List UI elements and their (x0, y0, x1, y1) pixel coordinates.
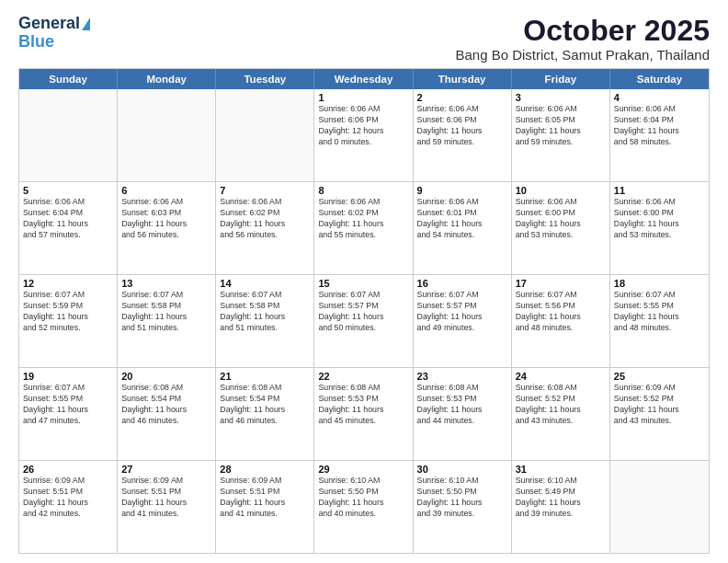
day-info: Sunrise: 6:10 AM Sunset: 5:50 PM Dayligh… (318, 476, 408, 520)
day-info: Sunrise: 6:06 AM Sunset: 6:05 PM Dayligh… (516, 104, 606, 148)
day-info: Sunrise: 6:08 AM Sunset: 5:53 PM Dayligh… (417, 383, 507, 427)
calendar-row-1: 5Sunrise: 6:06 AM Sunset: 6:04 PM Daylig… (19, 181, 709, 274)
page: General Blue October 2025 Bang Bo Distri… (0, 0, 728, 563)
calendar-cell: 10Sunrise: 6:06 AM Sunset: 6:00 PM Dayli… (512, 182, 610, 274)
day-number: 7 (220, 185, 310, 196)
calendar-row-4: 26Sunrise: 6:09 AM Sunset: 5:51 PM Dayli… (19, 460, 709, 553)
calendar-cell (216, 89, 314, 181)
day-number: 4 (614, 92, 705, 103)
calendar-cell: 22Sunrise: 6:08 AM Sunset: 5:53 PM Dayli… (314, 368, 413, 460)
day-number: 8 (318, 185, 408, 196)
day-number: 28 (220, 464, 310, 475)
calendar-cell: 19Sunrise: 6:07 AM Sunset: 5:55 PM Dayli… (19, 368, 118, 460)
weekday-header-tuesday: Tuesday (216, 69, 314, 89)
day-number: 19 (23, 371, 113, 382)
calendar-row-0: 1Sunrise: 6:06 AM Sunset: 6:06 PM Daylig… (19, 89, 709, 181)
day-number: 1 (318, 92, 408, 103)
day-info: Sunrise: 6:06 AM Sunset: 6:01 PM Dayligh… (417, 197, 507, 241)
day-info: Sunrise: 6:06 AM Sunset: 6:00 PM Dayligh… (516, 197, 606, 241)
calendar-cell: 31Sunrise: 6:10 AM Sunset: 5:49 PM Dayli… (512, 461, 610, 553)
weekday-header-saturday: Saturday (610, 69, 709, 89)
weekday-header-thursday: Thursday (414, 69, 512, 89)
day-info: Sunrise: 6:07 AM Sunset: 5:55 PM Dayligh… (23, 383, 113, 427)
day-info: Sunrise: 6:08 AM Sunset: 5:54 PM Dayligh… (121, 383, 211, 427)
header: General Blue October 2025 Bang Bo Distri… (18, 15, 710, 63)
day-info: Sunrise: 6:09 AM Sunset: 5:51 PM Dayligh… (121, 476, 211, 520)
calendar-cell (610, 461, 709, 553)
month-title: October 2025 (455, 15, 710, 47)
day-number: 31 (516, 464, 606, 475)
logo-text-blue: Blue (18, 33, 54, 52)
day-info: Sunrise: 6:06 AM Sunset: 6:04 PM Dayligh… (23, 197, 113, 241)
calendar-cell: 21Sunrise: 6:08 AM Sunset: 5:54 PM Dayli… (216, 368, 314, 460)
calendar-header: SundayMondayTuesdayWednesdayThursdayFrid… (19, 69, 709, 89)
day-info: Sunrise: 6:07 AM Sunset: 5:57 PM Dayligh… (318, 290, 408, 334)
day-number: 5 (23, 185, 113, 196)
calendar-cell: 3Sunrise: 6:06 AM Sunset: 6:05 PM Daylig… (512, 89, 610, 181)
calendar-cell: 15Sunrise: 6:07 AM Sunset: 5:57 PM Dayli… (314, 275, 413, 367)
day-info: Sunrise: 6:09 AM Sunset: 5:51 PM Dayligh… (220, 476, 310, 520)
day-number: 2 (417, 92, 507, 103)
day-number: 13 (121, 278, 211, 289)
calendar-cell: 7Sunrise: 6:06 AM Sunset: 6:02 PM Daylig… (216, 182, 314, 274)
day-number: 11 (614, 185, 705, 196)
day-number: 12 (23, 278, 113, 289)
day-number: 23 (417, 371, 507, 382)
day-number: 10 (516, 185, 606, 196)
day-info: Sunrise: 6:07 AM Sunset: 5:59 PM Dayligh… (23, 290, 113, 334)
calendar-body: 1Sunrise: 6:06 AM Sunset: 6:06 PM Daylig… (19, 89, 709, 553)
weekday-header-wednesday: Wednesday (314, 69, 413, 89)
calendar-cell: 23Sunrise: 6:08 AM Sunset: 5:53 PM Dayli… (414, 368, 512, 460)
day-number: 18 (614, 278, 705, 289)
day-info: Sunrise: 6:06 AM Sunset: 6:00 PM Dayligh… (614, 197, 705, 241)
calendar-cell: 13Sunrise: 6:07 AM Sunset: 5:58 PM Dayli… (118, 275, 216, 367)
day-info: Sunrise: 6:07 AM Sunset: 5:56 PM Dayligh… (516, 290, 606, 334)
day-number: 21 (220, 371, 310, 382)
logo-triangle-icon (82, 17, 90, 30)
day-number: 20 (121, 371, 211, 382)
day-info: Sunrise: 6:08 AM Sunset: 5:52 PM Dayligh… (516, 383, 606, 427)
day-number: 24 (516, 371, 606, 382)
calendar-row-2: 12Sunrise: 6:07 AM Sunset: 5:59 PM Dayli… (19, 274, 709, 367)
calendar-cell: 26Sunrise: 6:09 AM Sunset: 5:51 PM Dayli… (19, 461, 118, 553)
calendar-cell: 5Sunrise: 6:06 AM Sunset: 6:04 PM Daylig… (19, 182, 118, 274)
weekday-header-friday: Friday (512, 69, 610, 89)
day-info: Sunrise: 6:06 AM Sunset: 6:02 PM Dayligh… (220, 197, 310, 241)
calendar-cell: 1Sunrise: 6:06 AM Sunset: 6:06 PM Daylig… (314, 89, 413, 181)
day-info: Sunrise: 6:07 AM Sunset: 5:55 PM Dayligh… (614, 290, 705, 334)
day-info: Sunrise: 6:06 AM Sunset: 6:06 PM Dayligh… (417, 104, 507, 148)
day-number: 27 (121, 464, 211, 475)
day-info: Sunrise: 6:10 AM Sunset: 5:49 PM Dayligh… (516, 476, 606, 520)
calendar-cell: 16Sunrise: 6:07 AM Sunset: 5:57 PM Dayli… (414, 275, 512, 367)
calendar-cell: 24Sunrise: 6:08 AM Sunset: 5:52 PM Dayli… (512, 368, 610, 460)
calendar-cell: 25Sunrise: 6:09 AM Sunset: 5:52 PM Dayli… (610, 368, 709, 460)
calendar-cell: 28Sunrise: 6:09 AM Sunset: 5:51 PM Dayli… (216, 461, 314, 553)
day-number: 14 (220, 278, 310, 289)
day-info: Sunrise: 6:07 AM Sunset: 5:58 PM Dayligh… (220, 290, 310, 334)
day-number: 25 (614, 371, 705, 382)
day-number: 6 (121, 185, 211, 196)
calendar: SundayMondayTuesdayWednesdayThursdayFrid… (18, 68, 710, 554)
calendar-row-3: 19Sunrise: 6:07 AM Sunset: 5:55 PM Dayli… (19, 367, 709, 460)
day-info: Sunrise: 6:06 AM Sunset: 6:04 PM Dayligh… (614, 104, 705, 148)
calendar-cell: 8Sunrise: 6:06 AM Sunset: 6:02 PM Daylig… (314, 182, 413, 274)
calendar-cell: 17Sunrise: 6:07 AM Sunset: 5:56 PM Dayli… (512, 275, 610, 367)
title-block: October 2025 Bang Bo District, Samut Pra… (455, 15, 710, 63)
calendar-cell: 14Sunrise: 6:07 AM Sunset: 5:58 PM Dayli… (216, 275, 314, 367)
calendar-cell: 12Sunrise: 6:07 AM Sunset: 5:59 PM Dayli… (19, 275, 118, 367)
day-info: Sunrise: 6:07 AM Sunset: 5:57 PM Dayligh… (417, 290, 507, 334)
calendar-cell (118, 89, 216, 181)
calendar-cell: 6Sunrise: 6:06 AM Sunset: 6:03 PM Daylig… (118, 182, 216, 274)
day-number: 3 (516, 92, 606, 103)
weekday-header-monday: Monday (118, 69, 216, 89)
weekday-header-sunday: Sunday (19, 69, 118, 89)
location-title: Bang Bo District, Samut Prakan, Thailand (455, 47, 710, 63)
day-number: 15 (318, 278, 408, 289)
calendar-cell: 18Sunrise: 6:07 AM Sunset: 5:55 PM Dayli… (610, 275, 709, 367)
calendar-cell: 2Sunrise: 6:06 AM Sunset: 6:06 PM Daylig… (414, 89, 512, 181)
day-info: Sunrise: 6:06 AM Sunset: 6:02 PM Dayligh… (318, 197, 408, 241)
day-number: 29 (318, 464, 408, 475)
day-number: 9 (417, 185, 507, 196)
logo: General Blue (18, 15, 90, 52)
day-info: Sunrise: 6:08 AM Sunset: 5:54 PM Dayligh… (220, 383, 310, 427)
